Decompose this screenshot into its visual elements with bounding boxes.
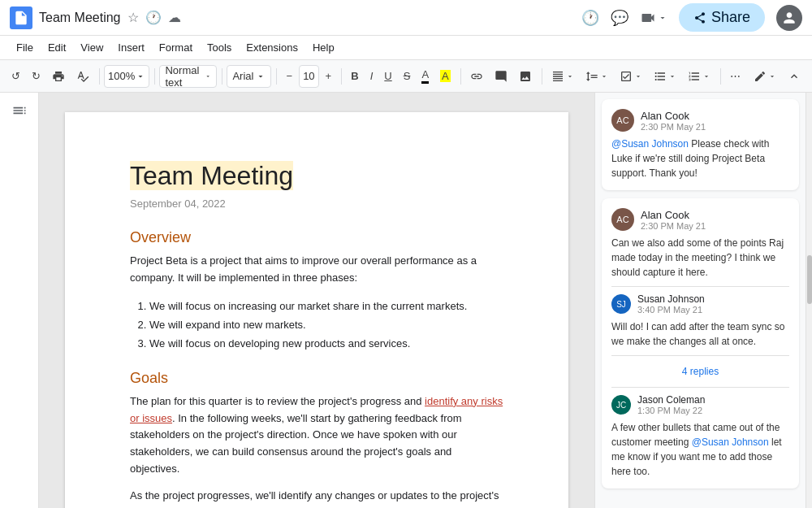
italic-button[interactable]: I [365, 67, 378, 85]
list-item: We will expand into new markets. [149, 315, 503, 334]
comment-1-meta: Alan Cook 2:30 PM May 21 [641, 110, 706, 132]
document-date: September 04, 2022 [130, 198, 503, 210]
goals-body-1: The plan for this quarter is to review t… [130, 393, 503, 478]
reply-susan-text: Will do! I can add after the team sync s… [611, 319, 789, 349]
highlight-button[interactable]: A [435, 67, 456, 85]
insert-link-button[interactable] [465, 67, 488, 86]
document-title: Team Meeting [39, 11, 121, 25]
reply-susan-meta: Susan Johnson 3:40 PM May 21 [637, 293, 705, 315]
goals-body-text-end: . In the following weeks, we'll start by… [130, 412, 462, 475]
comment-1-author: Alan Cook [641, 110, 706, 122]
strikethrough-button[interactable]: S [399, 67, 416, 85]
increase-font-button[interactable]: + [321, 67, 337, 85]
goals-section: Goals The plan for this quarter is to re… [130, 370, 503, 508]
scroll-thumb[interactable] [807, 255, 812, 304]
print-button[interactable] [47, 67, 70, 86]
history-icon[interactable]: 🕐 [145, 10, 162, 25]
comments-panel: AC Alan Cook 2:30 PM May 21 @Susan Johns… [594, 93, 806, 508]
history-btn[interactable]: 🕐 [581, 9, 599, 27]
numbered-list-button[interactable] [683, 67, 715, 86]
menu-insert[interactable]: Insert [111, 38, 151, 57]
menu-edit[interactable]: Edit [41, 38, 72, 57]
insert-comment-button[interactable] [490, 67, 512, 86]
share-button[interactable]: Share [679, 3, 765, 32]
top-bar-right: 🕐 💬 Share [581, 3, 802, 32]
share-label: Share [711, 9, 750, 26]
line-spacing-button[interactable] [581, 67, 613, 86]
reply-jason-meta: Jason Coleman 1:30 PM May 22 [637, 394, 705, 415]
decrease-font-button[interactable]: − [282, 67, 298, 85]
checklist-button[interactable] [615, 67, 647, 86]
comment-divider-3 [611, 387, 789, 388]
reply-jason-text: A few other bullets that came out of the… [611, 420, 789, 479]
right-scrollbar-area [806, 93, 812, 508]
bold-button[interactable]: B [346, 67, 363, 85]
bullet-list-button[interactable] [649, 67, 681, 86]
text-style-value: Normal text [165, 64, 202, 89]
undo-button[interactable]: ↺ [6, 67, 25, 85]
drive-icon[interactable]: ☁ [168, 10, 181, 25]
overview-section: Overview Project Beta is a project that … [130, 229, 503, 354]
insert-image-button[interactable] [514, 67, 537, 86]
menu-file[interactable]: File [10, 38, 40, 57]
zoom-control[interactable]: 100% [104, 65, 149, 88]
meet-btn[interactable] [640, 10, 667, 26]
editing-mode-button[interactable] [749, 67, 781, 86]
document-area[interactable]: Team Meeting September 04, 2022 Overview… [39, 93, 594, 508]
reply-susan-time: 3:40 PM May 21 [637, 305, 705, 315]
user-avatar[interactable] [776, 5, 802, 31]
docs-icon [10, 7, 32, 29]
menu-format[interactable]: Format [153, 38, 199, 57]
top-bar: Team Meeting ☆ 🕐 ☁ 🕐 💬 Share [0, 0, 812, 36]
align-button[interactable] [546, 67, 579, 86]
comment-2-meta: Alan Cook 2:30 PM May 21 [641, 209, 706, 231]
reply-susan-header: SJ Susan Johnson 3:40 PM May 21 [611, 293, 789, 315]
comment-1-time: 2:30 PM May 21 [641, 122, 706, 132]
comment-divider-1 [611, 286, 789, 287]
comment-2-avatar: AC [611, 208, 634, 231]
menu-tools[interactable]: Tools [201, 38, 238, 57]
goals-body-2: As the project progresses, we'll identif… [130, 488, 503, 508]
overview-body: Project Beta is a project that aims to i… [130, 253, 503, 287]
redo-button[interactable]: ↻ [27, 67, 45, 85]
comment-2-header: AC Alan Cook 2:30 PM May 21 [611, 208, 789, 231]
overview-list: We will focus on increasing our market s… [130, 297, 503, 354]
outline-icon[interactable] [8, 99, 31, 126]
font-size-control[interactable]: 10 [299, 65, 318, 88]
comment-2-time: 2:30 PM May 21 [641, 221, 706, 231]
spellcheck-button[interactable] [71, 67, 94, 86]
comment-btn[interactable]: 💬 [611, 9, 628, 27]
text-color-button[interactable]: A [417, 65, 434, 87]
comment-1-header: AC Alan Cook 2:30 PM May 21 [611, 109, 789, 132]
document-page: Team Meeting September 04, 2022 Overview… [65, 112, 568, 508]
menu-help[interactable]: Help [306, 38, 341, 57]
text-style-dropdown[interactable]: Normal text [159, 65, 217, 88]
comment-card-2: AC Alan Cook 2:30 PM May 21 Can we also … [602, 198, 799, 488]
star-icon[interactable]: ☆ [127, 10, 139, 25]
comment-2-text: Can we also add some of the points Raj m… [611, 236, 789, 280]
font-size-value: 10 [303, 70, 314, 82]
menu-view[interactable]: View [74, 38, 110, 57]
underline-button[interactable]: U [379, 67, 396, 85]
font-family-dropdown[interactable]: Arial [227, 65, 271, 88]
font-family-value: Arial [232, 70, 253, 82]
comment-1-initials: AC [616, 115, 628, 125]
goals-heading: Goals [130, 370, 503, 387]
reply-susan-avatar: SJ [611, 294, 631, 314]
top-bar-left: Team Meeting ☆ 🕐 ☁ [10, 7, 181, 29]
reply-count[interactable]: 4 replies [611, 363, 789, 380]
overview-heading: Overview [130, 229, 503, 246]
reply-jason-time: 1:30 PM May 22 [637, 406, 705, 415]
reply-susan-initials: SJ [616, 300, 626, 309]
toolbar: ↺ ↻ 100% Normal text Arial − 10 + B I U … [0, 60, 812, 93]
zoom-value: 100% [108, 70, 135, 82]
list-item: We will focus on increasing our market s… [149, 297, 503, 315]
list-item: We will focus on developing new products… [149, 334, 503, 353]
reply-jason-author: Jason Coleman [637, 394, 705, 406]
collapse-button[interactable] [783, 67, 806, 86]
goals-body-text-1: The plan for this quarter is to review t… [130, 395, 425, 407]
reply-jason-header: JC Jason Coleman 1:30 PM May 22 [611, 394, 789, 415]
reply-jason-avatar: JC [611, 395, 631, 415]
menu-extensions[interactable]: Extensions [240, 38, 304, 57]
more-options-button[interactable]: ⋯ [725, 67, 745, 85]
